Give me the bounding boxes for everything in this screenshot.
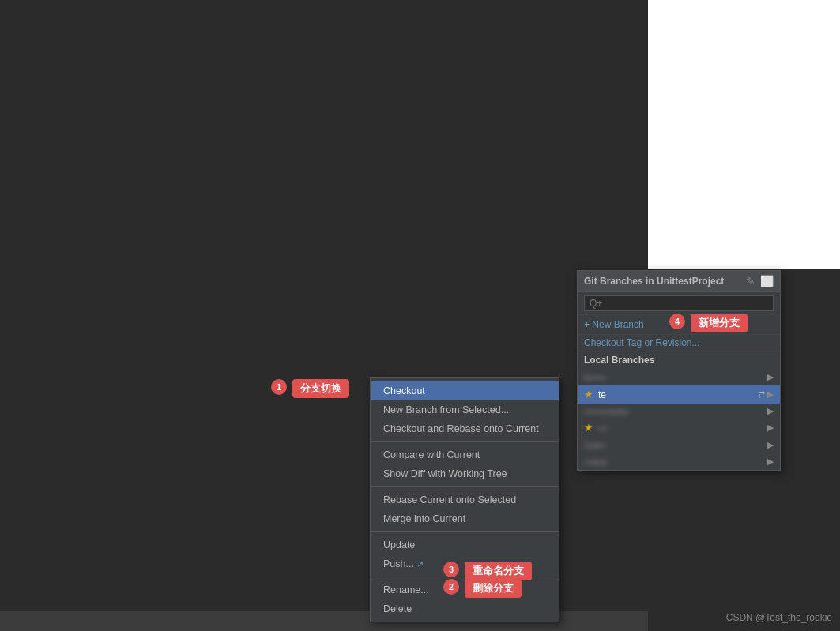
context-menu-compare[interactable]: Compare with Current [371,445,559,464]
context-menu-new-branch-from[interactable]: New Branch from Selected... [371,400,559,419]
edit-icon[interactable]: ✎ [746,275,755,287]
branch-item-active[interactable]: ★ te ⇄ ▶ [578,385,780,404]
branch-master-item[interactable]: ••••••master ▶ [578,404,780,419]
context-menu-show-diff[interactable]: Show Diff with Working Tree [371,464,559,483]
annotation-tooltip-4: 新增分支 [691,314,748,332]
branch-left-2: ★ ••• [584,422,608,434]
branch-left-3: Onli•• [584,441,605,450]
git-branches-header-icons: ✎ ⬜ [746,275,774,287]
annotation-tooltip-2: 删除分支 [465,579,522,598]
white-sidebar-area [648,0,840,269]
branch-arrow-4: ▶ [767,456,774,467]
star-icon: ★ [584,389,593,400]
git-search-container [578,292,780,315]
context-menu-merge[interactable]: Merge into Current [371,509,559,528]
window-icon[interactable]: ⬜ [760,275,774,287]
annotation-tooltip-1: 分支切换 [292,379,349,398]
annotation-badge-3: 3 [443,562,459,577]
context-menu-rebase[interactable]: Rebase Current onto Selected [371,490,559,509]
branch-master-label: ••••••master [584,407,629,416]
branch-item-4[interactable]: •••test ▶ [578,453,780,470]
annotation-badge-2: 2 [443,579,459,595]
checkout-tag-button[interactable]: Checkout Tag or Revision... [578,335,780,351]
branch-item[interactable]: te••••• ▶ [578,369,780,385]
branch-sync-icon: ⇄ [758,389,765,400]
branch-left: te••••• [584,373,606,382]
separator-3 [371,531,559,532]
branch-name-blurred: te••••• [584,373,606,382]
push-arrow-icon: ↗ [416,559,424,569]
watermark: CSDN @Test_the_rookie [726,612,832,623]
branch-name-3: Onli•• [584,441,605,450]
branch-left-active: ★ te [584,389,606,400]
annotation-badge-1: 1 [271,379,287,395]
star-icon-2: ★ [584,422,593,434]
branch-item-3[interactable]: Onli•• ▶ [578,437,780,453]
git-search-input[interactable] [584,295,774,311]
active-branch-name: te [598,389,606,400]
branch-indicator: ⇄ ▶ [758,389,774,400]
git-branches-header: Git Branches in UnittestProject ✎ ⬜ [578,271,780,292]
new-branch-button[interactable]: + New Branch [584,319,644,330]
branch-master-arrow: ▶ [767,406,774,416]
context-menu-checkout[interactable]: Checkout [371,381,559,400]
separator-1 [371,441,559,442]
branch-arrow-2: ▶ [767,423,774,433]
branch-arrow: ▶ [767,372,774,382]
branch-name-4: •••test [584,457,607,467]
annotation-tooltip-3: 重命名分支 [465,562,532,580]
branch-left-4: •••test [584,457,607,467]
separator-2 [371,486,559,487]
branch-expand-arrow: ▶ [767,389,774,400]
context-menu-delete[interactable]: Delete [371,599,559,618]
branch-arrow-3: ▶ [767,440,774,450]
git-branches-title: Git Branches in UnittestProject [584,276,724,287]
context-menu-update[interactable]: Update [371,535,559,554]
context-menu-checkout-rebase[interactable]: Checkout and Rebase onto Current [371,419,559,438]
branch-item-2[interactable]: ★ ••• ▶ [578,419,780,437]
annotation-badge-4: 4 [669,314,685,329]
local-branches-header: Local Branches [578,351,780,369]
branch-name-2: ••• [598,423,608,433]
git-branches-panel: Git Branches in UnittestProject ✎ ⬜ + Ne… [577,270,781,471]
